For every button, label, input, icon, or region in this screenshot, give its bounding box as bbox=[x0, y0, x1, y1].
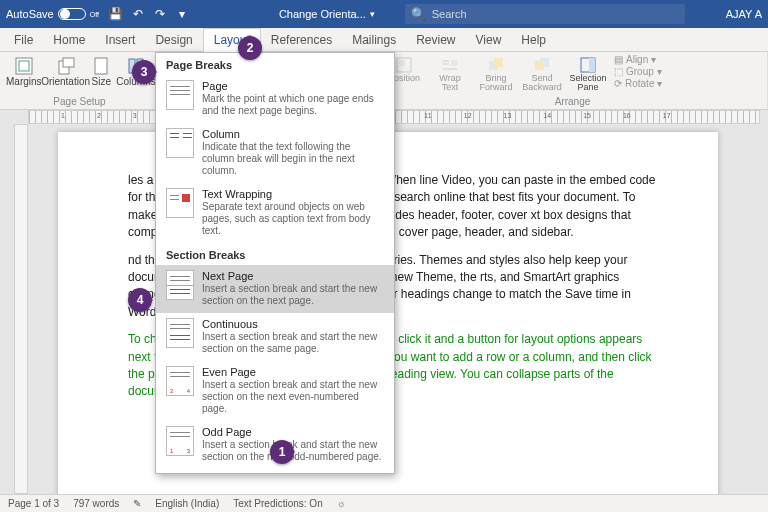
title-bar: AutoSave Off 💾 ↶ ↷ ▾ Change Orienta... ▾… bbox=[0, 0, 768, 28]
quick-access-toolbar: 💾 ↶ ↷ ▾ bbox=[109, 7, 189, 21]
section-breaks-header: Section Breaks bbox=[156, 243, 394, 265]
break-column[interactable]: ColumnIndicate that the text following t… bbox=[156, 123, 394, 183]
user-name[interactable]: AJAY A bbox=[726, 8, 762, 20]
tab-design[interactable]: Design bbox=[145, 29, 202, 51]
callout-1: 1 bbox=[270, 440, 294, 464]
svg-rect-8 bbox=[399, 60, 405, 66]
status-proofing-icon[interactable]: ✎ bbox=[133, 498, 141, 509]
group-arrange: Position Wrap Text Bring Forward Send Ba… bbox=[378, 52, 768, 109]
break-odd-page-icon: 13 bbox=[166, 426, 194, 456]
breaks-menu: Page Breaks PageMark the point at which … bbox=[155, 52, 395, 474]
arrange-label: Arrange bbox=[382, 96, 763, 108]
break-text-wrapping[interactable]: Text WrappingSeparate text around object… bbox=[156, 183, 394, 243]
svg-rect-4 bbox=[95, 58, 107, 74]
break-continuous[interactable]: ContinuousInsert a section break and sta… bbox=[156, 313, 394, 361]
position-icon bbox=[395, 56, 413, 74]
search-icon: 🔍 bbox=[411, 7, 426, 21]
break-next-page[interactable]: Next PageInsert a section break and star… bbox=[156, 265, 394, 313]
tab-home[interactable]: Home bbox=[43, 29, 95, 51]
tab-insert[interactable]: Insert bbox=[95, 29, 145, 51]
title-dropdown-icon[interactable]: ▾ bbox=[370, 9, 375, 19]
autosave-switch-icon[interactable] bbox=[58, 8, 86, 20]
break-even-page-icon: 24 bbox=[166, 366, 194, 396]
autosave-state: Off bbox=[90, 11, 99, 18]
break-wrap-icon bbox=[166, 188, 194, 218]
margins-button[interactable]: Margins bbox=[4, 54, 44, 89]
page-breaks-header: Page Breaks bbox=[156, 53, 394, 75]
tab-help[interactable]: Help bbox=[511, 29, 556, 51]
break-column-icon bbox=[166, 128, 194, 158]
status-page[interactable]: Page 1 of 3 bbox=[8, 498, 59, 509]
status-language[interactable]: English (India) bbox=[155, 498, 219, 509]
page-setup-label: Page Setup bbox=[4, 96, 155, 108]
bring-forward-button: Bring Forward bbox=[474, 54, 518, 94]
status-accessibility-icon[interactable]: ☼ bbox=[337, 498, 346, 509]
status-bar: Page 1 of 3 797 words ✎ English (India) … bbox=[0, 494, 768, 512]
save-icon[interactable]: 💾 bbox=[109, 7, 123, 21]
svg-rect-9 bbox=[451, 60, 457, 66]
redo-icon[interactable]: ↷ bbox=[153, 7, 167, 21]
align-icon: ▤ bbox=[614, 54, 623, 65]
svg-rect-0 bbox=[16, 58, 32, 74]
vertical-ruler[interactable] bbox=[14, 124, 28, 494]
document-title: Change Orienta... bbox=[279, 8, 366, 20]
tab-review[interactable]: Review bbox=[406, 29, 465, 51]
qat-dropdown-icon[interactable]: ▾ bbox=[175, 7, 189, 21]
wrap-text-icon bbox=[441, 56, 459, 74]
search-box[interactable]: 🔍 Search bbox=[405, 4, 685, 24]
break-even-page[interactable]: 24 Even PageInsert a section break and s… bbox=[156, 361, 394, 421]
tab-view[interactable]: View bbox=[466, 29, 512, 51]
align-button: ▤Align ▾ bbox=[614, 54, 662, 65]
rotate-icon: ⟳ bbox=[614, 78, 622, 89]
selection-pane-button[interactable]: Selection Pane bbox=[566, 54, 610, 94]
status-words[interactable]: 797 words bbox=[73, 498, 119, 509]
break-page[interactable]: PageMark the point at which one page end… bbox=[156, 75, 394, 123]
arrange-mini-buttons: ▤Align ▾ ⬚Group ▾ ⟳Rotate ▾ bbox=[614, 54, 662, 94]
bring-forward-icon bbox=[487, 56, 505, 74]
callout-4: 4 bbox=[128, 288, 152, 312]
orientation-icon bbox=[56, 56, 76, 76]
undo-icon[interactable]: ↶ bbox=[131, 7, 145, 21]
svg-rect-3 bbox=[63, 58, 74, 67]
wrap-text-button: Wrap Text bbox=[428, 54, 472, 94]
autosave-label: AutoSave bbox=[6, 8, 54, 20]
autosave-toggle[interactable]: AutoSave Off bbox=[6, 8, 99, 20]
orientation-button[interactable]: Orientation bbox=[46, 54, 86, 89]
ribbon-tabs: File Home Insert Design Layout Reference… bbox=[0, 28, 768, 52]
selection-pane-icon bbox=[579, 56, 597, 74]
svg-rect-16 bbox=[535, 61, 544, 70]
send-backward-button: Send Backward bbox=[520, 54, 564, 94]
svg-rect-18 bbox=[589, 58, 595, 72]
tab-references[interactable]: References bbox=[261, 29, 342, 51]
tab-file[interactable]: File bbox=[4, 29, 43, 51]
break-continuous-icon bbox=[166, 318, 194, 348]
svg-rect-14 bbox=[494, 58, 503, 67]
break-page-icon bbox=[166, 80, 194, 110]
ribbon: Margins Orientation Size Columns Page Se… bbox=[0, 52, 768, 110]
status-text-predictions[interactable]: Text Predictions: On bbox=[233, 498, 322, 509]
search-placeholder: Search bbox=[432, 8, 467, 20]
group-button: ⬚Group ▾ bbox=[614, 66, 662, 77]
group-icon: ⬚ bbox=[614, 66, 623, 77]
margins-icon bbox=[14, 56, 34, 76]
callout-2: 2 bbox=[238, 36, 262, 60]
rotate-button: ⟳Rotate ▾ bbox=[614, 78, 662, 89]
send-backward-icon bbox=[533, 56, 551, 74]
tab-mailings[interactable]: Mailings bbox=[342, 29, 406, 51]
break-next-page-icon bbox=[166, 270, 194, 300]
callout-3: 3 bbox=[132, 60, 156, 84]
size-button[interactable]: Size bbox=[88, 54, 115, 89]
size-icon bbox=[91, 56, 111, 76]
